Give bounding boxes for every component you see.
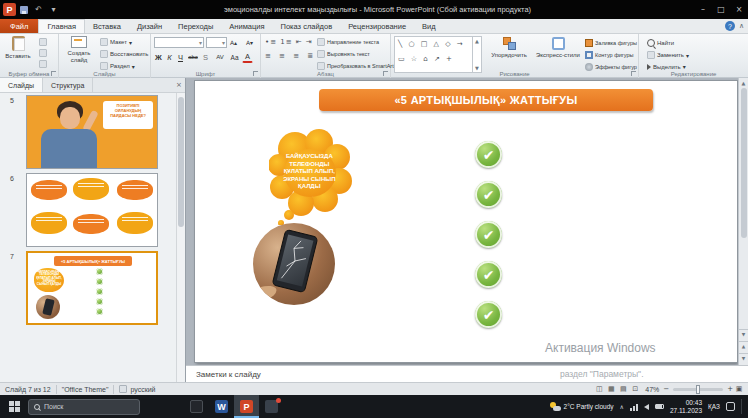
shapes-scrollbar[interactable]: ▲ ▼: [472, 37, 481, 72]
volume-icon[interactable]: [644, 404, 649, 410]
current-slide[interactable]: «5 АРТЫҚШЫЛЫҚ» ЖАТТЫҒУЫ БАЙҚА: [195, 81, 737, 362]
text-direction-button[interactable]: Направление текста: [317, 38, 379, 46]
checkmark-icon[interactable]: ✔: [475, 301, 502, 328]
find-button[interactable]: Найти: [647, 39, 674, 47]
tab-transitions[interactable]: Переходы: [170, 19, 221, 33]
next-slide-button[interactable]: ▼: [739, 353, 748, 365]
quick-access-dropdown[interactable]: ▾: [46, 3, 61, 17]
paragraph-list-buttons[interactable]: •≡ 1≡ ⇤ ⇥ ↕: [265, 38, 323, 46]
taskbar-search-input[interactable]: Поиск: [28, 399, 140, 415]
minimize-button[interactable]: –: [694, 3, 712, 17]
checkmark-icon[interactable]: ✔: [475, 181, 502, 208]
font-size-combo[interactable]: ▾: [206, 37, 227, 48]
checkmark-icon[interactable]: ✔: [475, 221, 502, 248]
start-button[interactable]: [0, 395, 28, 418]
shape-effects-button[interactable]: Эффекты фигур: [585, 63, 637, 71]
taskbar-powerpoint-button[interactable]: P: [234, 395, 259, 418]
zoom-slider[interactable]: [673, 388, 723, 391]
taskbar-clock[interactable]: 00:43 27.11.2023: [670, 399, 702, 415]
canvas-scrollbar[interactable]: ▲ ▼ ▲ ▼: [738, 78, 748, 365]
slide-6-thumbnail[interactable]: [26, 173, 158, 247]
help-icon[interactable]: ?: [725, 21, 735, 31]
panel-tab-outline[interactable]: Структура: [43, 78, 93, 92]
shapes-gallery[interactable]: ╲ ○ □ △ ◇ → ▭ ☆ ⌂ ↗ + ▲ ▼: [394, 36, 482, 73]
align-text-button[interactable]: Выровнять текст: [317, 50, 370, 58]
panel-tab-slides[interactable]: Слайды: [0, 78, 43, 92]
checkmark-icon[interactable]: ✔: [475, 261, 502, 288]
zoom-level[interactable]: 47%: [645, 386, 659, 393]
layout-button[interactable]: Макет ▾: [100, 38, 132, 46]
paragraph-dialog-launcher[interactable]: [383, 71, 388, 76]
drawing-dialog-launcher[interactable]: [631, 71, 636, 76]
spellcheck-icon[interactable]: [119, 385, 127, 393]
battery-icon[interactable]: [655, 404, 664, 409]
network-icon[interactable]: [630, 403, 638, 411]
reset-button[interactable]: Восстановить: [100, 50, 148, 58]
shrink-font-button[interactable]: А▾: [246, 39, 253, 46]
cut-button[interactable]: [39, 38, 47, 46]
tab-home[interactable]: Главная: [38, 19, 85, 33]
clipboard-dialog-launcher[interactable]: [51, 71, 56, 76]
tab-review[interactable]: Рецензирование: [340, 19, 414, 33]
slideshow-view-button[interactable]: ⊡: [629, 385, 641, 393]
replace-button[interactable]: Заменить ▾: [647, 51, 689, 59]
taskbar-word-button[interactable]: W: [209, 395, 234, 418]
tab-file[interactable]: Файл: [0, 19, 38, 33]
save-button[interactable]: [16, 3, 31, 17]
shape-outline-button[interactable]: Контур фигуры: [585, 51, 633, 59]
previous-slide-button[interactable]: ▲: [739, 341, 748, 353]
tab-design[interactable]: Дизайн: [129, 19, 170, 33]
shape-fill-button[interactable]: Заливка фигуры: [585, 39, 637, 47]
notes-pane[interactable]: Заметки к слайду раздел "Параметры".: [186, 365, 748, 382]
select-button[interactable]: Выделить ▾: [647, 63, 686, 70]
font-color-button[interactable]: А: [242, 51, 253, 63]
maximize-button[interactable]: □: [712, 3, 730, 17]
zoom-slider-thumb[interactable]: [696, 385, 700, 394]
taskbar-app-button[interactable]: [184, 395, 209, 418]
scroll-up-icon[interactable]: ▲: [742, 80, 746, 86]
slide-title-banner[interactable]: «5 АРТЫҚШЫЛЫҚ» ЖАТТЫҒУЫ: [319, 89, 653, 111]
hidden-icons-chevron[interactable]: ∧: [620, 403, 624, 410]
language-switcher[interactable]: ҚАЗ: [708, 403, 720, 410]
font-name-combo[interactable]: ▾: [154, 37, 204, 48]
text-shadow-button[interactable]: S: [200, 51, 211, 63]
slide-sorter-view-button[interactable]: ▦: [605, 385, 617, 393]
checkmark-icon[interactable]: ✔: [475, 141, 502, 168]
thought-cloud-shape[interactable]: БАЙҚАУСЫЗДА ТЕЛЕФОНДЫ ҚҰЛАТЫП АЛЫП, ЭКРА…: [269, 129, 353, 225]
panel-scrollbar-thumb[interactable]: [178, 97, 184, 227]
char-spacing-button[interactable]: AV: [213, 51, 227, 63]
slide-7-thumbnail[interactable]: «5 АРТЫҚШЫЛЫҚ» ЖАТТЫҒУЫ БАЙҚАУСЫЗДА ТЕЛЕ…: [26, 251, 158, 325]
slide-5-thumbnail[interactable]: ПОЗИТИВТІ ОЙЛАНУДЫҢ ПАЙДАСЫ НЕДЕ?: [26, 95, 158, 169]
fit-to-window-button[interactable]: ▣: [733, 385, 745, 393]
close-button[interactable]: ×: [730, 3, 748, 17]
tab-animations[interactable]: Анимация: [221, 19, 272, 33]
tab-view[interactable]: Вид: [414, 19, 444, 33]
underline-button[interactable]: Ч: [175, 51, 186, 63]
ribbon-collapse-icon[interactable]: ∧: [739, 22, 744, 30]
section-button[interactable]: Раздел ▾: [100, 62, 135, 70]
quick-styles-button[interactable]: Экспресс-стили: [534, 37, 582, 59]
panel-scrollbar[interactable]: [176, 93, 185, 382]
format-painter-button[interactable]: [39, 60, 47, 68]
reading-view-button[interactable]: ▤: [617, 385, 629, 393]
zoom-out-button[interactable]: −: [663, 385, 669, 393]
bold-button[interactable]: Ж: [153, 51, 164, 63]
scroll-down-icon[interactable]: ▼: [739, 329, 748, 341]
convert-smartart-button[interactable]: Преобразовать в SmartArt: [317, 62, 394, 70]
action-center-icon[interactable]: [726, 402, 735, 411]
show-desktop-button[interactable]: [741, 399, 745, 415]
panel-close-icon[interactable]: ×: [173, 78, 185, 92]
new-slide-button[interactable]: Создать слайд: [61, 36, 97, 63]
grow-font-button[interactable]: А▴: [230, 39, 237, 46]
strikethrough-button[interactable]: abc: [186, 51, 200, 63]
cracked-phone-photo[interactable]: [253, 223, 335, 305]
taskbar-app-badge-button[interactable]: [259, 395, 284, 418]
language-indicator[interactable]: русский: [130, 386, 155, 393]
undo-button[interactable]: ↶: [31, 3, 46, 17]
paste-button[interactable]: Вставить: [3, 36, 33, 60]
font-dialog-launcher[interactable]: [253, 71, 258, 76]
change-case-button[interactable]: Аа: [228, 51, 241, 63]
normal-view-button[interactable]: ◫: [593, 385, 605, 393]
tab-insert[interactable]: Вставка: [85, 19, 129, 33]
tab-slideshow[interactable]: Показ слайдов: [273, 19, 341, 33]
